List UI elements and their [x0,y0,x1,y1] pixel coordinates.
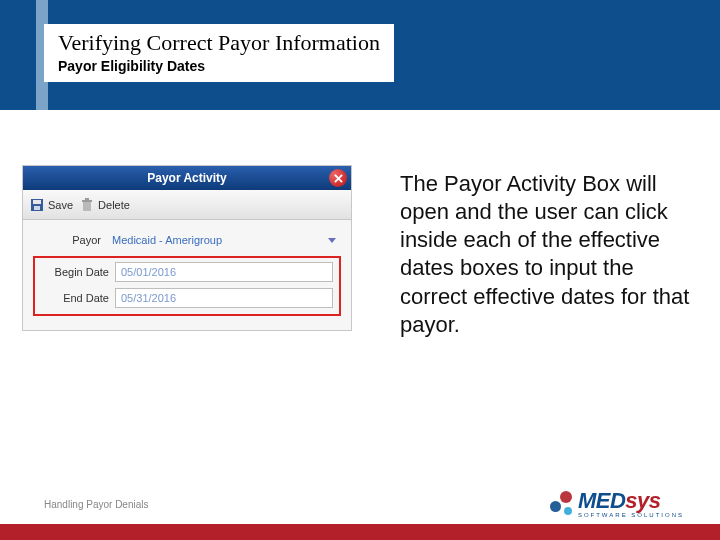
panel-title: Payor Activity [147,171,227,185]
begin-date-label: Begin Date [41,266,109,278]
header-box: Verifying Correct Payor Information Payo… [44,24,394,82]
logo-text: MEDsys SOFTWARE SOLUTIONS [578,488,684,518]
svg-rect-3 [83,202,91,211]
logo-part2: sys [625,488,660,514]
panel-toolbar: Save Delete [23,190,351,220]
end-date-value: 05/31/2016 [121,292,176,304]
close-button[interactable] [329,169,347,187]
trash-icon [79,197,95,213]
close-icon [334,174,343,183]
delete-button[interactable]: Delete [79,197,130,213]
end-date-row: End Date 05/31/2016 [41,288,333,308]
end-date-label: End Date [41,292,109,304]
header-band: Verifying Correct Payor Information Payo… [0,0,720,110]
svg-rect-1 [33,200,41,204]
payor-row: Payor Medicaid - Amerigroup [33,230,341,250]
save-button[interactable]: Save [29,197,73,213]
panel-titlebar: Payor Activity [23,166,351,190]
chevron-down-icon [328,238,336,243]
svg-rect-2 [34,206,40,210]
begin-date-row: Begin Date 05/01/2016 [41,262,333,282]
svg-rect-4 [82,200,92,202]
footer-bar [0,524,720,540]
page-title: Verifying Correct Payor Information [58,30,380,56]
delete-label: Delete [98,199,130,211]
begin-date-value: 05/01/2016 [121,266,176,278]
logo-dots-icon [548,491,574,515]
save-label: Save [48,199,73,211]
footer-text: Handling Payor Denials [44,499,149,510]
body-paragraph: The Payor Activity Box will open and the… [400,170,700,339]
brand-logo: MEDsys SOFTWARE SOLUTIONS [548,488,684,518]
payor-activity-panel: Payor Activity Save Delete Payor [22,165,352,331]
payor-dropdown[interactable]: Medicaid - Amerigroup [107,230,341,250]
end-date-input[interactable]: 05/31/2016 [115,288,333,308]
logo-part1: MED [578,488,625,514]
svg-rect-5 [85,198,89,200]
slide: Verifying Correct Payor Information Payo… [0,0,720,540]
payor-value: Medicaid - Amerigroup [112,234,222,246]
save-icon [29,197,45,213]
page-subtitle: Payor Eligibility Dates [58,58,380,74]
begin-date-input[interactable]: 05/01/2016 [115,262,333,282]
highlight-box: Begin Date 05/01/2016 End Date 05/31/201… [33,256,341,316]
payor-field-label: Payor [33,234,101,246]
panel-body: Payor Medicaid - Amerigroup Begin Date 0… [23,220,351,330]
logo-tagline: SOFTWARE SOLUTIONS [578,512,684,518]
